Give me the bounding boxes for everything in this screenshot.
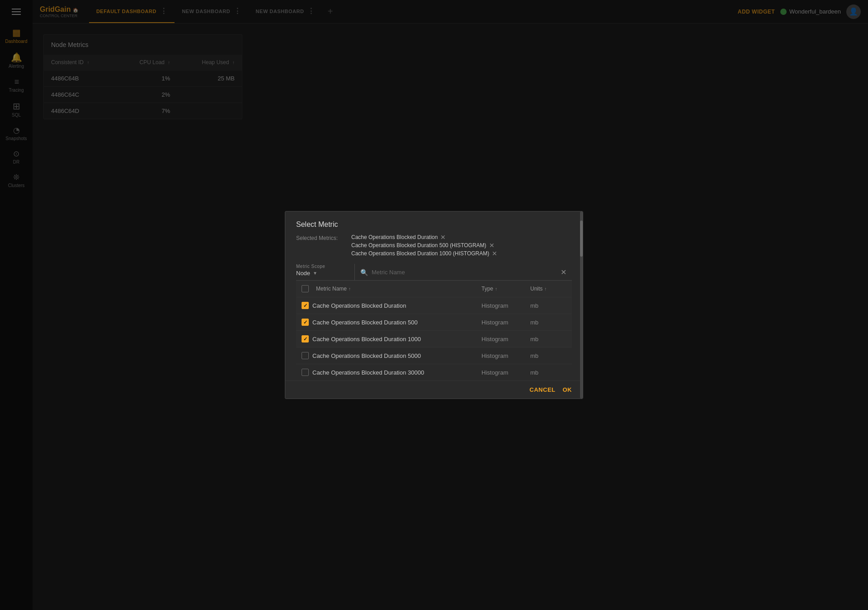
chip-label: Cache Operations Blocked Duration 500 (H… (351, 242, 486, 249)
modal-scrollbar[interactable] (580, 211, 583, 399)
list-item: Cache Operations Blocked Duration 5000 H… (296, 347, 572, 364)
metric-type-cell: Histogram (481, 302, 527, 309)
metric-name-cell: Cache Operations Blocked Duration 30000 (312, 369, 478, 376)
metric-type-cell: Histogram (481, 336, 527, 343)
search-block: 🔍 ✕ (355, 268, 572, 280)
chip-label: Cache Operations Blocked Duration (351, 234, 438, 240)
metric-units-cell: mb (530, 369, 566, 376)
ok-button[interactable]: OK (563, 386, 572, 393)
selected-chip-1: Cache Operations Blocked Duration 500 (H… (351, 242, 572, 249)
metric-scope-block: Metric Scope Node ▼ (296, 264, 355, 280)
list-item: Cache Operations Blocked Duration 30000 … (296, 364, 572, 380)
metric-type-cell: Histogram (481, 369, 527, 376)
modal-title: Select Metric (285, 211, 583, 234)
modal-body: Selected Metrics: Cache Operations Block… (285, 234, 583, 380)
col-header-type[interactable]: Type ↑ (481, 286, 527, 292)
metric-scope-label: Metric Scope (296, 264, 347, 269)
list-item: Cache Operations Blocked Duration 500 Hi… (296, 314, 572, 330)
metrics-list: Metric Name ↑ Type ↑ Units ↑ Cache O (296, 281, 572, 380)
modal-footer: CANCEL OK (285, 380, 583, 399)
sort-icon: ↑ (349, 286, 351, 291)
sort-icon: ↑ (495, 286, 497, 291)
metric-name-cell: Cache Operations Blocked Duration 500 (312, 319, 478, 326)
metric-type-cell: Histogram (481, 352, 527, 359)
metric-units-cell: mb (530, 319, 566, 326)
metric-checkbox-3[interactable] (302, 352, 309, 359)
select-all-checkbox[interactable] (302, 285, 309, 292)
metric-checkbox-0[interactable] (302, 302, 309, 309)
metric-units-cell: mb (530, 302, 566, 309)
metric-checkbox-4[interactable] (302, 369, 309, 376)
metric-name-cell: Cache Operations Blocked Duration 5000 (312, 352, 478, 359)
chip-remove-button[interactable]: ✕ (440, 234, 446, 240)
metric-name-cell: Cache Operations Blocked Duration 1000 (312, 336, 478, 343)
search-input[interactable] (372, 269, 557, 276)
cancel-button[interactable]: CANCEL (529, 386, 555, 393)
modal-scrollbar-thumb (580, 221, 583, 257)
selected-metrics-section: Selected Metrics: Cache Operations Block… (296, 234, 572, 257)
chip-remove-button[interactable]: ✕ (489, 242, 495, 249)
chip-remove-button[interactable]: ✕ (492, 250, 497, 257)
metrics-list-header: Metric Name ↑ Type ↑ Units ↑ (296, 281, 572, 297)
metric-units-cell: mb (530, 352, 566, 359)
search-icon: 🔍 (360, 269, 368, 276)
metric-type-cell: Histogram (481, 319, 527, 326)
metric-checkbox-1[interactable] (302, 319, 309, 326)
sort-icon: ↑ (544, 286, 547, 291)
list-item: Cache Operations Blocked Duration 1000 H… (296, 330, 572, 347)
selected-chip-0: Cache Operations Blocked Duration ✕ (351, 234, 572, 240)
metric-name-cell: Cache Operations Blocked Duration (312, 302, 478, 309)
dropdown-arrow-icon: ▼ (313, 271, 317, 276)
select-metric-modal: Select Metric Selected Metrics: Cache Op… (285, 211, 583, 399)
search-clear-button[interactable]: ✕ (561, 268, 566, 277)
metric-units-cell: mb (530, 336, 566, 343)
selected-chip-2: Cache Operations Blocked Duration 1000 (… (351, 250, 572, 257)
metric-scope-select[interactable]: Node ▼ (296, 270, 347, 277)
scope-value: Node (296, 270, 310, 277)
selected-chips-list: Cache Operations Blocked Duration ✕ Cach… (351, 234, 572, 257)
col-header-metric-name[interactable]: Metric Name ↑ (316, 286, 478, 292)
col-header-units[interactable]: Units ↑ (530, 286, 566, 292)
modal-overlay[interactable]: Select Metric Selected Metrics: Cache Op… (0, 0, 868, 610)
filter-row: Metric Scope Node ▼ 🔍 ✕ (296, 264, 572, 281)
chip-label: Cache Operations Blocked Duration 1000 (… (351, 250, 489, 257)
metric-checkbox-2[interactable] (302, 335, 309, 343)
list-item: Cache Operations Blocked Duration Histog… (296, 297, 572, 314)
selected-metrics-label: Selected Metrics: (296, 234, 346, 241)
